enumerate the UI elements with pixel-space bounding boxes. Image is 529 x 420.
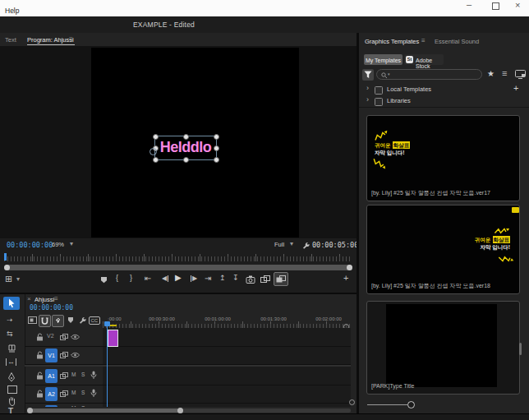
panel-menu-icon[interactable]: ≡ <box>69 36 73 43</box>
goto-out-button[interactable]: ⇥ <box>205 275 211 283</box>
mark-out-button[interactable]: } <box>130 275 132 282</box>
viewer-layout-icon[interactable]: ⊞ <box>5 275 12 284</box>
libraries-checkbox[interactable] <box>375 98 383 106</box>
track-lock-icon[interactable] <box>36 351 44 359</box>
sequence-tab-close-icon[interactable]: × <box>27 296 31 302</box>
canvas-text[interactable]: Helddlo <box>155 140 216 155</box>
multiview-active-button[interactable] <box>274 272 288 286</box>
template-card-ver17[interactable]: 귀여운 화살표 자막 입니다! [by. Lily] #25 일자 말풍선 컨셉… <box>366 115 520 201</box>
slip-tool[interactable]: ↔ <box>6 358 16 366</box>
track-select-forward-tool[interactable]: ⇢ <box>7 316 13 324</box>
tab-essential-sound[interactable]: Essential Sound <box>435 39 479 45</box>
thumbnail-size-slider-handle[interactable] <box>407 401 415 408</box>
track-lock-icon[interactable] <box>36 333 44 341</box>
tab-graphics-templates[interactable]: Graphics Templates <box>365 39 419 45</box>
solo-button[interactable]: S <box>81 390 85 396</box>
export-frame-button[interactable] <box>246 275 255 284</box>
ripple-edit-tool[interactable]: ⇆ <box>7 330 13 338</box>
track-target-a3[interactable]: A3 <box>45 405 58 408</box>
add-marker-button[interactable] <box>100 276 108 284</box>
comparison-view-button[interactable] <box>260 275 270 284</box>
program-mini-ruler[interactable] <box>4 253 352 262</box>
timeline-playhead-handle[interactable] <box>104 321 110 326</box>
handle-top-left[interactable] <box>153 134 159 140</box>
filter-button[interactable] <box>362 69 374 81</box>
hand-tool[interactable] <box>7 396 16 406</box>
rectangle-tool[interactable] <box>7 385 17 394</box>
video-canvas[interactable]: Helddlo <box>91 48 299 238</box>
linked-selection-toggle[interactable] <box>52 315 64 327</box>
sync-lock-icon[interactable] <box>60 390 68 397</box>
scroll-thumb[interactable] <box>30 408 182 413</box>
mic-icon[interactable] <box>90 371 97 380</box>
track-target-a2[interactable]: A2 <box>45 387 58 401</box>
sync-lock-icon[interactable] <box>60 334 68 340</box>
track-lock-icon[interactable] <box>36 372 44 380</box>
mute-button[interactable]: M <box>71 372 76 378</box>
handle-mid-right[interactable] <box>214 145 219 151</box>
lift-button[interactable]: ↥ <box>219 275 226 282</box>
captions-menu[interactable]: CC <box>89 316 100 325</box>
text-selection-box[interactable]: Helddlo <box>154 136 217 160</box>
timeline-vertical-scroll-handle[interactable] <box>349 399 355 405</box>
program-settings-wrench-icon[interactable] <box>301 242 310 250</box>
pen-tool[interactable] <box>7 372 16 382</box>
timeline-playhead[interactable] <box>107 321 108 407</box>
zoom-chevron-icon[interactable]: ▾ <box>70 241 73 247</box>
scroll-right-zoom-handle[interactable] <box>177 408 183 413</box>
sync-lock-icon[interactable] <box>60 372 68 379</box>
handle-bottom-left[interactable] <box>153 157 159 163</box>
quality-select[interactable]: Full <box>274 242 284 248</box>
tab-program[interactable]: Program: Ahjussi <box>27 37 74 44</box>
mark-in-button[interactable]: { <box>116 275 118 282</box>
extract-button[interactable]: ↧ <box>232 275 239 282</box>
snap-toggle[interactable] <box>39 315 51 327</box>
add-template-button[interactable]: + <box>513 84 518 93</box>
maximize-button[interactable] <box>492 2 499 10</box>
template-card-park[interactable]: [PARK]Type Title <box>366 301 520 395</box>
step-forward-button[interactable]: ▶ <box>191 275 197 282</box>
settings-monitor-icon[interactable] <box>515 69 526 79</box>
favorites-star-icon[interactable]: ★ <box>487 70 494 78</box>
scrollbar-right-handle[interactable] <box>347 265 352 270</box>
tab-text[interactable]: Text <box>5 37 16 44</box>
adobe-stock-button[interactable]: St Adobe Stock <box>404 54 444 65</box>
handle-bottom-right[interactable] <box>214 157 219 163</box>
handle-top-center[interactable] <box>183 134 189 140</box>
button-editor-plus[interactable]: + <box>343 274 348 283</box>
track-lock-icon[interactable] <box>36 390 44 398</box>
handle-bottom-center[interactable] <box>183 157 189 163</box>
libraries-label[interactable]: Libraries <box>387 98 411 104</box>
libraries-chevron-icon[interactable]: › <box>366 96 369 104</box>
local-templates-chevron-icon[interactable]: › <box>366 85 369 92</box>
track-target-a1[interactable]: A1 <box>45 369 58 383</box>
track-output-eye-icon[interactable] <box>71 334 80 340</box>
timeline-horizontal-scrollbar[interactable] <box>27 408 351 413</box>
sync-lock-icon[interactable] <box>60 352 68 358</box>
track-target-v2[interactable]: V2 <box>47 333 54 339</box>
mute-button[interactable]: M <box>71 406 76 407</box>
zoom-level-select[interactable]: 69% <box>52 242 64 248</box>
solo-button[interactable]: S <box>81 406 85 407</box>
timeline-settings-wrench-icon[interactable] <box>78 316 86 325</box>
mute-button[interactable]: M <box>71 390 76 396</box>
anchor-point-icon[interactable] <box>150 148 157 155</box>
quality-chevron-icon[interactable]: ▾ <box>290 241 293 247</box>
search-input[interactable]: ▾ <box>376 69 482 80</box>
solo-button[interactable]: S <box>81 372 85 378</box>
scroll-left-zoom-handle[interactable] <box>27 408 33 413</box>
program-zoom-scrollbar[interactable] <box>4 265 352 270</box>
sequence-tab[interactable]: Ahjussi <box>34 297 54 303</box>
my-templates-button[interactable]: My Templates <box>364 54 402 65</box>
timeline-current-timecode[interactable]: 00:00:00:00 <box>30 305 73 312</box>
selection-tool[interactable] <box>3 297 20 310</box>
local-templates-checkbox[interactable] <box>375 86 383 95</box>
track-output-eye-icon[interactable] <box>71 352 80 358</box>
sequence-panel-menu-icon[interactable]: ≡ <box>54 296 58 302</box>
timeline-marker-icon[interactable] <box>67 316 74 324</box>
menu-help[interactable]: Help <box>5 7 19 15</box>
panel-menu-icon[interactable]: ≡ <box>421 38 426 44</box>
thumbnail-size-slider-track[interactable] <box>367 404 407 405</box>
razor-tool[interactable] <box>7 344 16 353</box>
goto-in-button[interactable]: ⇤ <box>145 275 151 283</box>
